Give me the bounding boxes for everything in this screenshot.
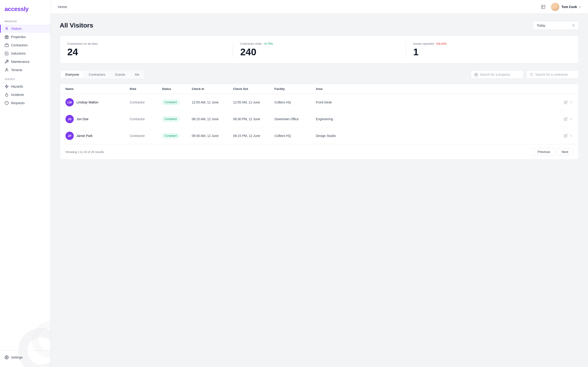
tenants-icon [5,68,9,72]
person-name: Jon Doe [77,117,88,121]
col-status: Status [162,87,192,91]
sidebar-item-label: Visitors [11,27,22,31]
next-button[interactable]: Next [557,148,573,156]
pagination-row: Showing 1 to 10 of 20 results Previous N… [60,144,579,159]
filter-row: Everyone Contractors Guests Me [60,70,579,79]
page-title: All Visitors [60,22,93,29]
issues-section-label: Issues [0,78,50,82]
sidebar-item-visitors[interactable]: Visitors [0,25,50,33]
role-cell: Contractor [130,134,162,138]
tab-everyone[interactable]: Everyone [61,71,84,78]
requests-icon [5,101,9,105]
tab-me[interactable]: Me [130,71,144,78]
status-badge: Compliant [162,133,179,138]
svg-rect-2 [5,44,9,47]
table-row[interactable]: LW Lindsay Walton Contractor Compliant 1… [60,94,579,111]
notifications-button[interactable] [539,3,547,11]
edit-icon[interactable] [564,100,568,104]
sidebar-item-label: Settings [11,356,23,359]
checkin-cell: 08:15 AM, 12 June [192,117,233,121]
header-right: Tom Cook ▾ [539,3,581,11]
stat-value-issues: 1 [413,47,571,57]
row-actions [564,100,573,104]
pagination-info: Showing 1 to 10 of 20 results [65,150,104,154]
avatar: LW [65,98,74,106]
sidebar-item-label: Contractors [11,43,27,47]
stat-issues-reported: Issues reported +54.02% 1 [413,42,571,57]
status-cell: Compliant [162,117,192,122]
sidebar-item-maintenance[interactable]: Maintenance [0,58,50,66]
status-badge: Compliant [162,100,179,105]
status-cell: Compliant [162,133,192,138]
chevron-right-icon[interactable] [569,100,573,104]
sidebar-item-label: Hazards [11,85,23,88]
sidebar-item-properties[interactable]: Properties [0,33,50,41]
nav-home[interactable]: Home [58,5,67,9]
sidebar-item-hazards[interactable]: Hazards [0,82,50,91]
avatar: JP [65,132,74,140]
svg-rect-1 [5,36,8,39]
hazards-icon [5,84,9,89]
svg-point-3 [6,68,7,70]
col-area: Area [316,87,564,91]
notifications-icon [541,5,545,9]
page-header: All Visitors Today ⇅ [60,21,579,30]
col-checkin: Check In [192,87,233,91]
page-content: All Visitors Today ⇅ Contractors on all … [51,14,588,367]
tab-guests[interactable]: Guests [111,71,130,78]
person-name: Jamie Park [77,134,93,138]
person-search-icon [530,73,533,76]
contractors-icon [5,43,9,47]
date-selector[interactable]: Today ⇅ [533,21,579,30]
row-actions [564,117,573,121]
table-body: LW Lindsay Walton Contractor Compliant 1… [60,94,579,144]
edit-icon[interactable] [564,134,568,138]
properties-icon [5,35,9,39]
search-contractor-input[interactable] [535,73,575,76]
search-property-input[interactable] [480,73,520,76]
role-cell: Contractor [130,100,162,104]
sidebar-item-tenants[interactable]: Tenants [0,66,50,74]
avatar [551,3,559,11]
visitors-icon [5,27,9,31]
area-cell: Front-Desk [316,100,564,104]
app-logo[interactable]: accessly [0,6,50,19]
checkin-cell: 12:05 AM, 11 June [192,100,233,104]
sidebar-item-incidents[interactable]: Incidents [0,91,50,99]
person-cell: LW Lindsay Walton [65,98,130,106]
sidebar-item-label: Maintenance [11,60,29,64]
user-menu[interactable]: Tom Cook ▾ [551,3,581,11]
previous-button[interactable]: Previous [533,148,555,156]
header: Home Tom Cook ▾ [51,0,588,14]
role-cell: Contractor [130,117,162,121]
person-name: Lindsay Walton [77,100,98,104]
stats-card: Contractors on all sites 24 Contractor v… [60,35,579,64]
incidents-icon [5,93,9,97]
stat-contractors-on-sites: Contractors on all sites 24 [67,42,233,57]
table-row[interactable]: JD Jon Doe Contractor Compliant 08:15 AM… [60,111,579,127]
checkout-cell: 12:05 AM, 11 June [233,100,275,104]
sidebar-item-contractors[interactable]: Contractors [0,41,50,49]
sidebar-item-label: Properties [11,35,26,39]
table-row[interactable]: JP Jamie Park Contractor Compliant 09:30… [60,127,579,144]
avatar: JD [65,115,74,123]
stat-value-visits: 240 [240,47,398,57]
property-search-wrap [471,70,523,79]
chevron-right-icon[interactable] [569,134,573,138]
chevron-right-icon[interactable] [569,117,573,121]
facility-cell: Colliers HQ [275,100,316,104]
sidebar-item-settings[interactable]: Settings [0,353,50,361]
sidebar-item-inductions[interactable]: Inductions [0,49,50,58]
row-actions [564,134,573,138]
svg-point-5 [6,357,7,358]
search-group [471,70,579,79]
sidebar-item-requests[interactable]: Requests [0,99,50,107]
svg-rect-6 [541,5,545,8]
sidebar-item-label: Incidents [11,93,24,97]
pagination-buttons: Previous Next [533,148,573,156]
tab-contractors[interactable]: Contractors [84,71,110,78]
issues-badge: +54.02% [436,42,447,45]
maintenance-icon [5,60,9,64]
edit-icon[interactable] [564,117,568,121]
svg-point-0 [6,27,7,29]
